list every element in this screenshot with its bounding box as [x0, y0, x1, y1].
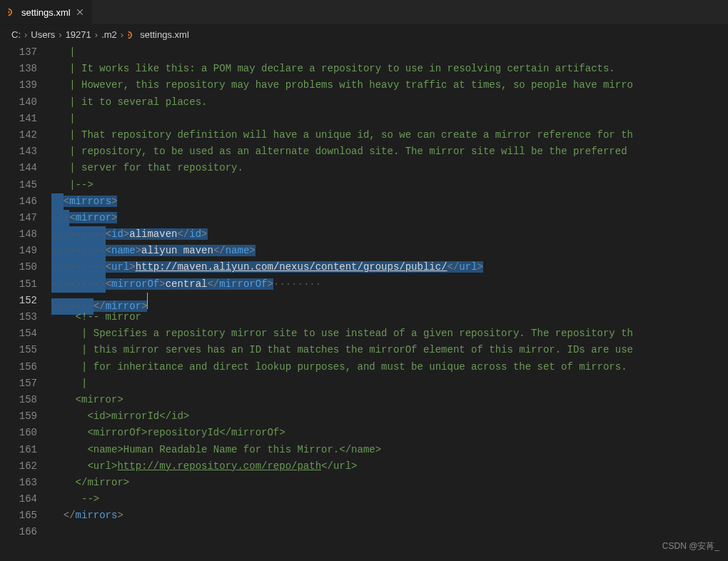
code-text: <url>	[76, 460, 118, 472]
breadcrumb-file[interactable]: settings.xml	[140, 29, 189, 40]
code-text: | it to several places.	[69, 96, 207, 108]
breadcrumb-part[interactable]: C:	[11, 29, 21, 40]
line-number: 145	[0, 177, 37, 193]
chevron-right-icon: ›	[24, 29, 27, 40]
code-text: url	[111, 261, 129, 273]
line-number: 142	[0, 127, 37, 143]
line-number-gutter: 1371381391401411421431441451461471481491…	[0, 44, 51, 561]
line-number: 141	[0, 111, 37, 127]
line-number: 155	[0, 342, 37, 358]
code-text: id	[189, 228, 201, 240]
code-text: central	[166, 278, 208, 290]
code-text: </url>	[321, 460, 357, 472]
line-number: 152	[0, 293, 37, 309]
code-text: <mirrorOf>repositoryId</mirrorOf>	[76, 427, 285, 438]
line-number: 157	[0, 375, 37, 392]
line-number: 164	[0, 491, 37, 507]
code-text: | this mirror serves has an ID that matc…	[76, 344, 633, 355]
line-number: 138	[0, 61, 37, 77]
code-text: | for inheritance and direct lookup purp…	[76, 361, 627, 373]
line-number: 154	[0, 325, 37, 342]
line-number: 150	[0, 259, 37, 276]
code-text: -->	[76, 493, 100, 505]
code-editor[interactable]: 1371381391401411421431441451461471481491…	[0, 44, 728, 561]
breadcrumb-part[interactable]: 19271	[66, 29, 91, 40]
xml-file-icon	[7, 7, 17, 17]
code-text: mirrorOf	[111, 278, 159, 290]
code-text: url	[459, 261, 477, 273]
line-number: 163	[0, 475, 37, 491]
chevron-right-icon: ›	[121, 29, 123, 40]
code-text: http://maven.aliyun.com/nexus/content/gr…	[136, 261, 448, 273]
line-number: 137	[0, 44, 37, 61]
tab-filename: settings.xml	[21, 7, 71, 18]
line-number: 144	[0, 160, 37, 176]
line-number: 148	[0, 226, 37, 243]
chevron-right-icon: ›	[59, 29, 61, 40]
line-number: 140	[0, 94, 37, 111]
line-number: 151	[0, 276, 37, 293]
tab-bar: settings.xml	[0, 0, 728, 25]
line-number: 147	[0, 210, 37, 226]
code-text: |	[69, 46, 75, 58]
code-text: aliyun maven	[141, 245, 213, 256]
breadcrumb[interactable]: C:› Users› 19271› .m2› settings.xml	[0, 25, 728, 44]
xml-file-icon	[127, 30, 137, 40]
code-text: <!-- mirror	[76, 311, 141, 323]
tab-settings-xml[interactable]: settings.xml	[0, 0, 93, 24]
line-number: 156	[0, 359, 37, 375]
code-text: http://my.repository.com/repo/path	[117, 460, 321, 472]
line-number: 166	[0, 524, 37, 540]
code-area[interactable]: | | It works like this: a POM may declar…	[51, 44, 728, 561]
line-number: 149	[0, 243, 37, 259]
code-text: </mirror>	[76, 477, 130, 488]
line-number: 143	[0, 143, 37, 160]
code-text: <id>mirrorId</id>	[76, 410, 190, 422]
close-icon[interactable]	[75, 7, 85, 17]
code-text: name	[111, 245, 136, 256]
code-text: mirrors	[76, 510, 118, 521]
code-text: mirror	[76, 212, 111, 223]
code-text: alimaven	[129, 228, 177, 240]
breadcrumb-part[interactable]: .m2	[101, 29, 117, 40]
code-text: |	[69, 113, 75, 124]
line-number: 158	[0, 392, 37, 408]
code-text: | It works like this: a POM may declare …	[69, 63, 615, 74]
code-text: |	[76, 378, 88, 389]
chevron-right-icon: ›	[95, 29, 98, 40]
line-number: 153	[0, 309, 37, 325]
line-number: 160	[0, 425, 37, 441]
code-text: |-->	[69, 179, 93, 191]
code-text: | repository, to be used as an alternate…	[69, 146, 627, 157]
line-number: 161	[0, 442, 37, 458]
line-number: 165	[0, 507, 37, 524]
code-text: <name>Human Readable Name for this Mirro…	[76, 444, 381, 455]
line-number: 162	[0, 458, 37, 475]
code-text: name	[226, 245, 250, 256]
line-number: 146	[0, 193, 37, 210]
line-number: 159	[0, 408, 37, 425]
code-text: | However, this repository may have prob…	[69, 79, 633, 91]
breadcrumb-part[interactable]: Users	[31, 29, 55, 40]
code-text: mirrorOf	[219, 278, 267, 290]
code-text: id	[111, 228, 123, 240]
code-text: | That repository definition will have a…	[69, 129, 633, 141]
code-text: mirrors	[69, 196, 111, 207]
code-text: <mirror>	[76, 394, 123, 405]
code-text: | server for that repository.	[69, 162, 243, 173]
watermark: CSDN @安苒_	[662, 540, 719, 552]
code-text: | Specifies a repository mirror site to …	[76, 328, 633, 339]
line-number: 139	[0, 77, 37, 94]
